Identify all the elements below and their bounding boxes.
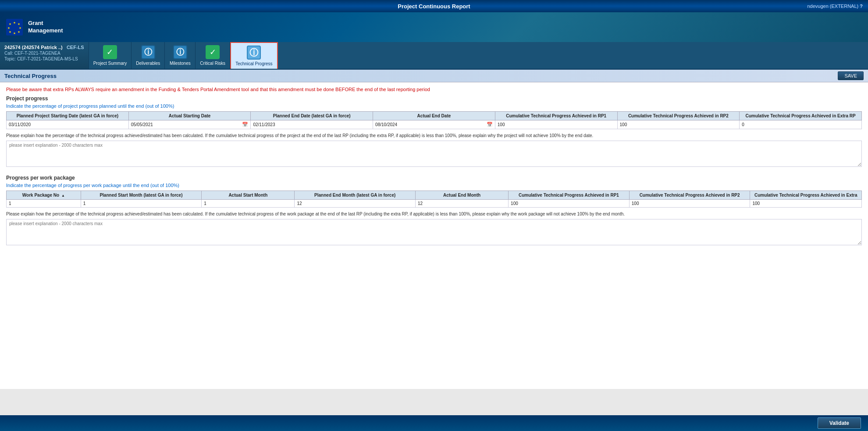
eu-logo [4,16,25,38]
info-icon-deliverables: ⓘ [141,45,155,59]
col-actual-start: Actual Starting Date [128,112,251,120]
work-package-title: Progress per work package [6,175,862,181]
wp-actual-end-input[interactable] [418,201,506,206]
sort-arrow-icon[interactable]: ▲ [61,194,65,198]
calendar-icon-actual-end[interactable]: 📅 [487,122,493,127]
warning-message: Please be aware that extra RPs ALWAYS re… [6,87,862,92]
col-cum-rp2: Cumulative Technical Progress Achieved i… [617,112,740,120]
tabs-container: ✓ Project Summary ⓘ Deliverables ⓘ Miles… [89,42,278,69]
tab-label-project-summary: Project Summary [93,61,127,66]
wp-col-no: Work Package No ▲ [7,191,81,200]
tab-critical-risks[interactable]: ✓ Critical Risks [196,42,230,69]
project-info: 242574 (242574 Patrick ..) CEF-LS Call: … [0,42,89,69]
info-icon-technical-progress: ⓘ [247,46,261,60]
cum-rp1-input[interactable] [498,122,615,127]
wp-cell-cum-extra[interactable] [750,200,862,208]
wp-cum-rp2-input[interactable] [632,201,748,206]
section-header: Technical Progress SAVE [0,70,868,82]
project-progress-table: Planned Project Starting Date (latest GA… [6,111,862,129]
logo-area: Grant Management [4,16,63,38]
wp-explanation-textarea[interactable] [6,219,862,245]
wp-explanation-label: Please explain how the percentage of the… [6,211,862,217]
tab-project-summary[interactable]: ✓ Project Summary [89,42,132,69]
col-planned-end: Planned End Date (latest GA in force) [251,112,373,120]
wp-col-cum-rp2: Cumulative Technical Progress Achieved i… [629,191,750,200]
cell-actual-start[interactable]: 📅 [128,120,251,129]
header: Grant Management [0,12,868,42]
calendar-icon-actual-start[interactable]: 📅 [242,122,248,127]
cell-cum-rp1[interactable] [495,120,617,129]
tab-milestones[interactable]: ⓘ Milestones [165,42,196,69]
tab-technical-progress[interactable]: ⓘ Technical Progress [230,42,277,69]
tab-deliverables[interactable]: ⓘ Deliverables [132,42,165,69]
main-content: Please be aware that extra RPs ALWAYS re… [0,82,868,389]
project-topic: Topic: CEF-T-2021-TAGENEA-MS-LS [4,57,84,61]
actual-end-input[interactable] [375,122,485,127]
wp-cell-planned-end: 12 [295,200,416,208]
wp-cell-no: 1 [7,200,81,208]
project-explanation-label: Please explain how the percentage of the… [6,133,862,139]
project-progress-hint: Indicate the percentage of project progr… [6,103,862,109]
cell-cum-rp2[interactable] [617,120,740,129]
wp-cell-actual-start[interactable] [202,200,295,208]
project-explanation-textarea[interactable] [6,141,862,167]
tab-label-critical-risks: Critical Risks [200,61,225,66]
wp-cell-cum-rp1[interactable] [509,200,630,208]
user-info: ndevugen (EXTERNAL) [807,4,858,9]
checkmark-icon-risks: ✓ [206,45,220,59]
wp-col-actual-start: Actual Start Month [202,191,295,200]
nav-area: 242574 (242574 Patrick ..) CEF-LS Call: … [0,42,868,70]
actual-start-input[interactable] [131,122,241,127]
grant-management-label: Grant Management [28,20,63,35]
top-bar: Project Continuous Report ndevugen (EXTE… [0,0,868,12]
wp-col-planned-start: Planned Start Month (latest GA in force) [81,191,202,200]
checkmark-icon-summary: ✓ [103,45,117,59]
wp-cell-cum-rp2[interactable] [629,200,750,208]
wp-col-planned-end: Planned End Month (latest GA in force) [295,191,416,200]
cell-planned-end: 02/11/2023 [251,120,373,129]
save-button[interactable]: SAVE [838,71,864,80]
work-package-table: Work Package No ▲ Planned Start Month (l… [6,191,862,208]
cum-extra-input[interactable] [742,122,859,127]
work-package-row: 1 1 12 [7,200,862,208]
wp-col-cum-rp1: Cumulative Technical Progress Achieved i… [509,191,630,200]
wp-col-cum-extra: Cumulative Technical Progress Achieved i… [750,191,862,200]
cum-rp2-input[interactable] [620,122,737,127]
wp-actual-start-input[interactable] [204,201,292,206]
wp-cum-rp1-input[interactable] [511,201,627,206]
project-call: Call: CEF-T-2021-TAGENEA [4,51,84,56]
help-icon[interactable]: ? [860,4,863,9]
project-progress-title: Project progress [6,95,862,102]
col-cum-rp1: Cumulative Technical Progress Achieved i… [495,112,617,120]
wp-cell-planned-start: 1 [81,200,202,208]
page-title: Technical Progress [4,73,57,79]
col-cum-extra: Cumulative Technical Progress Achieved i… [740,112,862,120]
col-planned-start: Planned Project Starting Date (latest GA… [7,112,129,120]
col-actual-end: Actual End Date [373,112,495,120]
tab-label-deliverables: Deliverables [136,61,160,66]
info-icon-milestones: ⓘ [173,45,187,59]
tab-label-technical-progress: Technical Progress [235,61,272,66]
cell-actual-end[interactable]: 📅 [373,120,495,129]
wp-col-actual-end: Actual End Month [416,191,509,200]
cell-planned-start: 03/11/2020 [7,120,129,129]
project-id: 242574 (242574 Patrick ..) CEF-LS [4,45,84,50]
tab-label-milestones: Milestones [170,61,191,66]
wp-cell-actual-end[interactable] [416,200,509,208]
cell-cum-extra[interactable] [740,120,862,129]
top-bar-title: Project Continuous Report [398,3,470,10]
wp-cum-extra-input[interactable] [752,201,859,206]
project-progress-row: 03/11/2020 📅 02/11/2023 📅 [7,120,862,129]
work-package-hint: Indicate the percentage of progress per … [6,183,862,188]
